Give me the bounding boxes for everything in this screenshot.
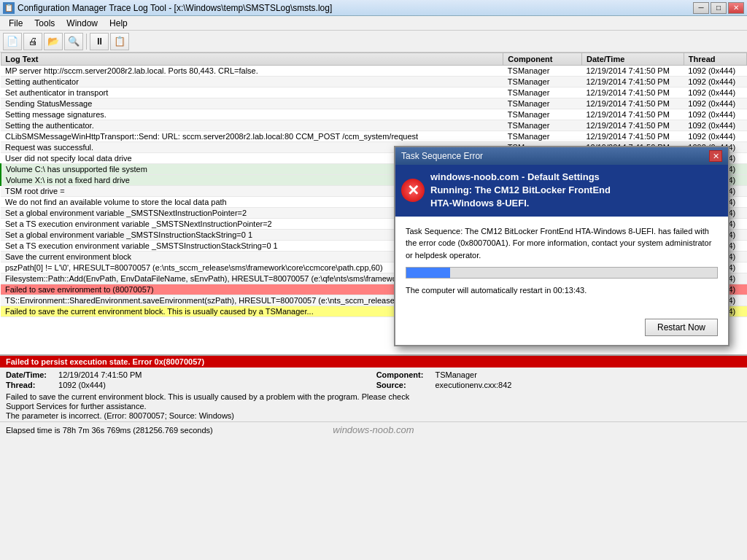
toolbar-pause-button[interactable]: ⏸: [90, 33, 109, 50]
minimize-button[interactable]: ─: [693, 2, 709, 14]
table-row: Set authenticator in transportTSManager1…: [1, 88, 747, 98]
dialog-header: ✕ windows-noob.com - Default Settings Ru…: [395, 165, 728, 217]
toolbar-copy-button[interactable]: 📋: [110, 33, 129, 50]
error-body-text3: The parameter is incorrect. (Error: 8007…: [6, 411, 741, 420]
menu-tools[interactable]: Tools: [28, 17, 61, 30]
status-text: Elapsed time is 78h 7m 36s 769ms (281256…: [6, 426, 213, 435]
error-title-text: Failed to persist execution state. Error…: [6, 357, 204, 366]
thread-label: Thread:: [6, 381, 47, 389]
dialog-title-bar: Task Sequence Error ✕: [395, 147, 728, 165]
window-title: Configuration Manager Trace Log Tool - […: [18, 3, 332, 13]
toolbar-print-button[interactable]: 🖨: [23, 33, 42, 50]
table-row: Setting authenticatorTSManager12/19/2014…: [1, 77, 747, 88]
close-button[interactable]: ✕: [728, 2, 744, 14]
dialog-progress-fill: [406, 268, 450, 278]
toolbar-separator: [86, 34, 87, 50]
maximize-button[interactable]: □: [711, 2, 727, 14]
toolbar-open-button[interactable]: 📂: [44, 33, 63, 50]
table-row: Setting the authenticator.TSManager12/19…: [1, 120, 747, 131]
table-row: MP server http://sccm.server2008r2.lab.l…: [1, 66, 747, 77]
thread-value: 1092 (0x444): [58, 381, 365, 389]
table-row: CLibSMSMessageWinHttpTransport::Send: UR…: [1, 131, 747, 142]
error-body-text2: Support Services for further assistance.: [6, 402, 741, 411]
title-buttons: ─ □ ✕: [693, 2, 744, 14]
dialog-restart-countdown: The computer will automatically restart …: [406, 284, 718, 297]
restart-now-button[interactable]: Restart Now: [645, 319, 718, 336]
dialog-buttons: Restart Now: [395, 314, 728, 345]
error-details-area: Date/Time: 12/19/2014 7:41:50 PM Compone…: [0, 368, 747, 421]
dialog-header-line2: Running: The CM12 BitLocker FrontEnd: [430, 184, 611, 197]
dialog-body-text: Task Sequence: The CM12 BitLocker FrontE…: [406, 225, 718, 262]
source-value: executionenv.cxx:842: [435, 381, 741, 389]
toolbar-new-button[interactable]: 📄: [3, 33, 22, 50]
dialog-body: Task Sequence: The CM12 BitLocker FrontE…: [395, 217, 728, 314]
watermark-text: windows-noob.com: [333, 424, 414, 435]
toolbar: 📄 🖨 📂 🔍 ⏸ 📋: [0, 31, 747, 52]
col-header-thread[interactable]: Thread: [684, 53, 746, 66]
col-header-logtext[interactable]: Log Text: [1, 53, 503, 66]
menu-file[interactable]: File: [3, 17, 28, 30]
dialog-title-text: Task Sequence Error: [401, 151, 483, 161]
error-title-bar: Failed to persist execution state. Error…: [0, 356, 747, 368]
source-label: Source:: [376, 381, 424, 389]
task-sequence-error-dialog: Task Sequence Error ✕ ✕ windows-noob.com…: [394, 146, 729, 346]
dialog-header-line1: windows-noob.com - Default Settings: [430, 171, 611, 184]
dialog-progress-bar: [406, 267, 718, 279]
date-label: Date/Time:: [6, 370, 47, 379]
error-panel-container: Failed to persist execution state. Error…: [0, 355, 747, 421]
menu-help[interactable]: Help: [104, 17, 133, 30]
col-header-component[interactable]: Component: [503, 53, 582, 66]
table-header-row: Log Text Component Date/Time Thread: [1, 53, 747, 66]
component-label: Component:: [376, 370, 424, 379]
table-row: Sending StatusMessageTSManager12/19/2014…: [1, 98, 747, 109]
component-value: TSManager: [435, 370, 741, 379]
col-header-datetime[interactable]: Date/Time: [581, 53, 684, 66]
error-body-text1: Failed to save the current environment b…: [6, 392, 741, 401]
menu-window[interactable]: Window: [61, 17, 104, 30]
title-bar: 📋 Configuration Manager Trace Log Tool -…: [0, 0, 747, 16]
dialog-close-button[interactable]: ✕: [709, 150, 722, 162]
dialog-header-text: windows-noob.com - Default Settings Runn…: [430, 171, 611, 211]
app-icon: 📋: [3, 2, 15, 14]
table-row: Setting message signatures.TSManager12/1…: [1, 109, 747, 120]
toolbar-find-button[interactable]: 🔍: [64, 33, 83, 50]
menu-bar: File Tools Window Help: [0, 16, 747, 31]
status-bar: Elapsed time is 78h 7m 36s 769ms (281256…: [0, 421, 747, 438]
error-icon: ✕: [401, 179, 425, 202]
dialog-header-line3: HTA-Windows 8-UEFI.: [430, 197, 611, 210]
error-meta-grid: Date/Time: 12/19/2014 7:41:50 PM Compone…: [6, 370, 741, 389]
date-value: 12/19/2014 7:41:50 PM: [58, 370, 365, 379]
